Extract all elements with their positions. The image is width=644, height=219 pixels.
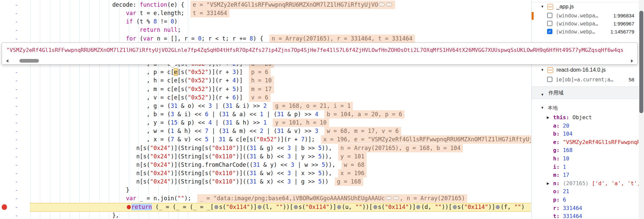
line-gutter[interactable]: - [15,194,18,203]
scope-variable-row[interactable]: b: 104 [532,130,639,138]
line-gutter[interactable]: - [15,211,18,219]
line-gutter[interactable]: - [15,152,18,161]
code-line[interactable]: - , m = c[e[s("0x52")](r + 5)]m = 17 [0,85,531,94]
breakpoint-entry[interactable]: (window.webpa…1:996834 [532,12,639,20]
breakpoint-entry[interactable]: ✓(window.webp…1:1456779 [532,28,639,36]
chevron-down-icon[interactable]: ▼ [541,66,544,74]
scope-variable-row[interactable]: a: 20 [532,122,639,130]
line-gutter[interactable]: - [15,76,18,85]
scope-section-header[interactable]: ▼ 作用域 [532,86,639,99]
inline-breakpoint-candidate-icon[interactable] [453,205,457,209]
chevron-right-icon[interactable]: ▶ [547,114,549,122]
code-line[interactable]: - }, [0,211,531,219]
code-line[interactable]: - , y = (15 & p) << 4 | (31 & h) >> 1y =… [0,119,531,127]
scope-variable-row[interactable]: o: 21 [532,188,639,196]
code-line[interactable]: - , g = (31 & o) << 3 | (31 & i) >> 2g =… [0,102,531,111]
code-line[interactable]: - return null; [0,26,531,34]
breakpoint-enabled-checkbox[interactable] [547,21,552,26]
inline-breakpoint-candidate-icon[interactable] [373,205,377,209]
scope-local-group[interactable]: ▼ 本地 [532,104,639,112]
line-gutter[interactable]: - [15,127,18,135]
chevron-down-icon[interactable]: ▼ [541,3,544,11]
line-gutter[interactable]: - [15,17,18,26]
inline-breakpoint-candidate-icon[interactable] [258,205,262,209]
line-gutter[interactable]: - [15,161,18,169]
line-gutter[interactable]: - [15,34,18,43]
line-gutter[interactable]: - [15,177,18,186]
code-line[interactable]: - } [0,186,531,195]
scope-variable-row[interactable]: h: 10 [532,155,639,163]
scope-variable-row[interactable]: t: 331464 [532,212,639,219]
code-line[interactable]: - , v = c[e[s("0x52")](r + 6)]v = 6 [0,93,531,102]
scroll-left-arrow-icon[interactable] [6,59,8,63]
scope-variable-row[interactable]: ▶n: (207165) ['d', 'a', 't', [532,179,639,188]
code-line[interactable]: - var t = e.length;t = 331464 [0,9,531,18]
code-line[interactable]: - , p = c[e[s("0x52")](r + 3)]p = 6 [0,68,531,77]
scope-variable-row[interactable]: i: 1 [532,163,639,171]
line-gutter[interactable]: - [15,186,18,194]
code-line[interactable]: - n[s("0x24")](String[s("0x110")]((31 & … [0,152,531,161]
inline-breakpoint-candidate-icon[interactable] [416,205,420,209]
breakpoint-file-group[interactable]: ▼<>_app.js [532,3,639,11]
inline-breakpoint-candidate-icon[interactable] [294,205,298,209]
line-gutter[interactable]: - [15,135,18,144]
code-line[interactable]: - , b = (3 & i) << 6 | (31 & a) << 1 | (… [0,110,531,119]
scrollbar-thumb[interactable] [639,11,643,113]
code-line[interactable]: - decode: function(e) {e = "VSMZy2eRf4Gl… [0,1,531,9]
code-line[interactable]: - var _ = n.join("");_ = "data:image/png… [0,194,531,203]
code-line[interactable]: - n[s("0x24")](String.fromCharCode((31 &… [0,161,531,169]
line-gutter[interactable]: - [15,85,18,93]
breakpoint-entry[interactable]: ie[ob]=a.current;a…58 [532,76,639,84]
code-line[interactable]: - n[s("0x24")](String[s("0x110")]((31 & … [0,144,531,153]
inline-breakpoint-candidate-icon[interactable] [214,205,218,209]
line-gutter[interactable]: - [15,169,18,177]
code-line[interactable]: - for (var n = [], r = 0; r < t; r += 8)… [0,34,531,43]
chevron-down-icon[interactable]: ▼ [541,89,544,101]
breakpoint-entry[interactable]: (window.webpa…1:996967 [532,20,639,28]
code-line[interactable]: - n[s("0x24")](String[s("0x110")]((31 & … [0,177,531,186]
inline-breakpoint-active-icon[interactable] [127,205,131,209]
token: )](String[s( [171,153,212,160]
gutter-breakpoint-icon[interactable] [2,204,7,210]
scroll-right-arrow-icon[interactable] [631,59,633,63]
inline-breakpoint-candidate-icon[interactable] [337,205,341,209]
scope-variable-row[interactable]: g: 168 [532,146,639,154]
breakpoint-file-group[interactable]: ▼<>react-dom-16.14.0.js [532,66,639,74]
line-gutter[interactable]: - [15,26,18,34]
line-gutter[interactable]: - [15,110,18,119]
scope-variable-row[interactable]: e: "VSMZy2eRf4Gl1sRFFwwpnqR [532,138,639,146]
chevron-down-icon[interactable]: ▼ [541,104,544,112]
sidebar-scrollbar[interactable] [639,0,644,219]
code-line[interactable]: - , x = (7 & v) << 5 | 31 & c[e[s("0x52"… [0,135,531,144]
breakpoint-enabled-checkbox[interactable] [547,13,552,18]
line-gutter[interactable]: - [15,119,18,127]
scope-variable-row[interactable]: r: 331464 [532,204,639,212]
line-gutter[interactable]: - [15,68,18,76]
code-text: n[s("0x24")](String[s("0x110")]((31 & x)… [30,177,363,186]
breakpoint-enabled-checkbox[interactable]: ✓ [547,29,552,34]
line-gutter[interactable]: - [15,203,18,211]
tooltip-horizontal-scrollbar[interactable] [4,58,635,63]
line-gutter[interactable]: - [15,9,18,17]
scrollbar-thumb[interactable] [19,59,39,63]
expand-string-pill-icon[interactable] [386,3,392,6]
inline-breakpoint-candidate-icon[interactable] [496,205,500,209]
expand-string-pill-icon[interactable] [379,3,385,6]
code-line[interactable]: - , w = (1 & h) << 7 | (31 & m) << 2 | (… [0,127,531,136]
scope-variable-row[interactable]: p: 6 [532,196,639,204]
paused-execution-line[interactable]: - return (_ = (_ = (_ = _[s("0x114")](l,… [0,203,531,212]
line-gutter[interactable]: - [15,1,18,9]
expand-string-pill-icon[interactable] [393,196,399,200]
chevron-right-icon[interactable]: ▶ [547,179,549,188]
source-code-editor[interactable]: - decode: function(e) {e = "VSMZy2eRf4Gl… [0,0,531,219]
expand-string-pill-icon[interactable] [386,196,392,200]
scope-variable-row[interactable]: m: 17 [532,171,639,179]
code-line[interactable]: - n[s("0x24")](String[s("0x110")]((31 & … [0,169,531,178]
code-line[interactable]: - if (t % 8 != 0) [0,17,531,26]
line-gutter[interactable]: - [15,144,18,152]
line-gutter[interactable]: - [15,93,18,102]
scope-variable-row[interactable]: ▶this: Object [532,114,639,122]
code-line[interactable]: - , h = c[e[s("0x52")](r + 4)]h = 10 [0,76,531,85]
breakpoint-enabled-checkbox[interactable] [547,77,552,82]
line-gutter[interactable]: - [15,102,18,110]
